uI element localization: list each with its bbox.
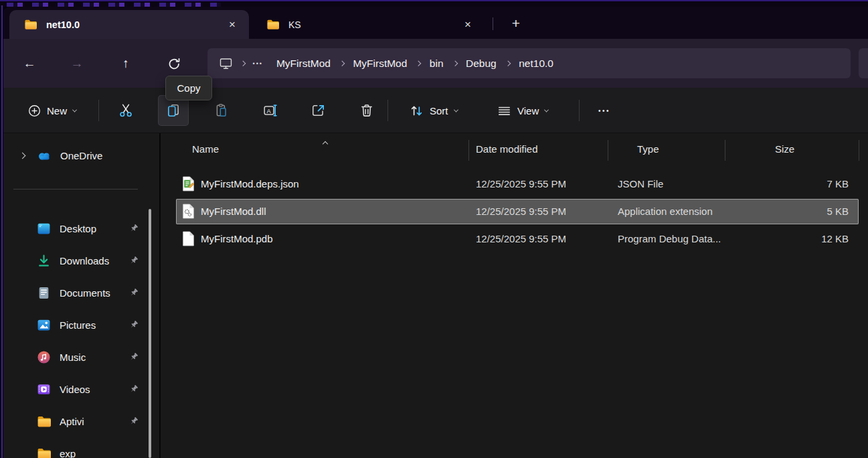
column-divider[interactable]: [468, 140, 469, 161]
address-bar[interactable]: ••• MyFirstMod MyFirstMod bin Debug net1…: [207, 48, 851, 78]
sidebar-item-label: Pictures: [60, 319, 96, 331]
file-explorer-window: net10.0 × KS × + ← → ↑: [3, 7, 868, 458]
sidebar-pinned-items: Desktop: [3, 212, 159, 458]
column-divider[interactable]: [859, 140, 859, 161]
sidebar-item-label: Music: [60, 352, 86, 363]
more-options-icon[interactable]: •••: [589, 95, 620, 126]
json-file-icon: [182, 176, 195, 192]
back-icon[interactable]: ←: [16, 50, 43, 77]
file-type: JSON File: [618, 171, 663, 197]
pictures-icon: [37, 318, 51, 332]
file-type: Application extension: [618, 199, 713, 224]
navigation-sidebar: OneDrive Desktop: [3, 133, 159, 458]
sidebar-item-aptivi[interactable]: Aptivi: [3, 405, 159, 437]
pdb-file-icon: [182, 231, 195, 246]
downloads-icon: [37, 254, 51, 268]
column-divider[interactable]: [725, 140, 725, 161]
column-header-row: Name Date modified Type Size: [161, 133, 868, 167]
paste-button[interactable]: [206, 95, 237, 126]
refresh-icon[interactable]: [161, 50, 187, 77]
breadcrumb-item[interactable]: MyFirstMod: [345, 52, 414, 74]
file-list-area: Name Date modified Type Size: [161, 133, 868, 458]
sidebar-item-exp[interactable]: exp: [3, 437, 159, 458]
close-icon[interactable]: ×: [222, 15, 242, 35]
share-button[interactable]: [303, 95, 334, 126]
file-date-modified: 12/25/2025 9:55 PM: [476, 226, 566, 252]
chevron-down-icon: [72, 107, 77, 112]
dll-file-icon: [182, 204, 195, 219]
sidebar-item-downloads[interactable]: Downloads: [3, 244, 159, 277]
sort-button-label: Sort: [430, 105, 448, 117]
command-toolbar: New A: [3, 88, 868, 133]
file-row-deps-json[interactable]: MyFirstMod.deps.json 12/25/2025 9:55 PM …: [176, 171, 859, 197]
toolbar-divider: [387, 100, 388, 121]
folder-icon: [37, 447, 51, 458]
forward-icon[interactable]: →: [64, 50, 90, 77]
file-name: MyFirstMod.dll: [201, 199, 266, 224]
rename-button[interactable]: A: [255, 95, 286, 126]
background-window-edge: [1, 5, 3, 458]
folder-icon: [266, 19, 279, 30]
sidebar-item-label: OneDrive: [60, 150, 102, 161]
sort-ascending-icon: [323, 137, 327, 149]
breadcrumb-overflow-icon[interactable]: •••: [247, 60, 269, 67]
sidebar-scrollbar[interactable]: [149, 209, 151, 458]
pin-icon: [128, 320, 139, 330]
breadcrumb-item[interactable]: net10.0: [511, 52, 561, 74]
pin-icon: [128, 224, 139, 234]
sidebar-item-onedrive[interactable]: OneDrive: [3, 143, 159, 167]
svg-text:A: A: [266, 108, 271, 115]
delete-icon: [359, 103, 374, 118]
breadcrumb-item[interactable]: Debug: [458, 52, 504, 74]
pin-icon: [128, 352, 139, 362]
column-header-type[interactable]: Type: [637, 143, 659, 155]
file-date-modified: 12/25/2025 9:55 PM: [476, 171, 566, 197]
file-rows: MyFirstMod.deps.json 12/25/2025 9:55 PM …: [176, 171, 859, 254]
chevron-right-icon: [338, 62, 346, 66]
view-button[interactable]: View: [489, 95, 556, 126]
pin-icon: [128, 384, 139, 394]
new-button[interactable]: New: [20, 95, 84, 126]
onedrive-icon: [36, 150, 52, 161]
tab-divider: [493, 17, 493, 30]
file-row-dll-selected[interactable]: MyFirstMod.dll 12/25/2025 9:55 PM Applic…: [176, 199, 859, 224]
desktop-icon: [37, 222, 51, 236]
rename-icon: A: [263, 103, 278, 118]
file-row-pdb[interactable]: MyFirstMod.pdb 12/25/2025 9:55 PM Progra…: [176, 226, 859, 252]
sort-button[interactable]: Sort: [402, 95, 466, 126]
sidebar-item-desktop[interactable]: Desktop: [3, 212, 159, 244]
file-name: MyFirstMod.deps.json: [201, 171, 299, 197]
sidebar-item-label: Downloads: [60, 255, 109, 266]
share-icon: [311, 103, 326, 118]
sidebar-item-documents[interactable]: Documents: [3, 277, 159, 309]
column-header-name[interactable]: Name: [192, 143, 219, 155]
cut-button[interactable]: [110, 95, 141, 126]
sidebar-item-videos[interactable]: Videos: [3, 373, 159, 405]
new-tab-button[interactable]: +: [504, 13, 528, 34]
view-button-label: View: [517, 105, 539, 117]
sidebar-item-pictures[interactable]: Pictures: [3, 309, 159, 341]
folder-icon: [37, 414, 51, 429]
breadcrumb-item[interactable]: MyFirstMod: [269, 52, 338, 74]
tab-ks[interactable]: KS ×: [249, 10, 485, 39]
column-divider[interactable]: [608, 140, 608, 161]
close-icon[interactable]: ×: [458, 15, 478, 35]
delete-button[interactable]: [351, 95, 382, 126]
pin-icon: [128, 256, 139, 266]
view-icon: [497, 104, 511, 118]
column-header-date-modified[interactable]: Date modified: [476, 143, 538, 155]
up-icon[interactable]: ↑: [112, 50, 139, 77]
sidebar-item-label: Desktop: [60, 223, 96, 234]
search-box-partial[interactable]: [859, 48, 868, 78]
tab-net10.0[interactable]: net10.0 ×: [9, 10, 249, 39]
copy-tooltip: Copy: [165, 76, 212, 100]
column-header-size[interactable]: Size: [775, 143, 794, 155]
chevron-down-icon: [453, 107, 458, 112]
breadcrumb-item[interactable]: bin: [422, 52, 451, 74]
expander-chevron-icon[interactable]: [17, 153, 27, 158]
sidebar-item-music[interactable]: Music: [3, 341, 159, 373]
file-type: Program Debug Data...: [618, 226, 721, 252]
new-plus-icon: [28, 104, 41, 117]
new-button-label: New: [47, 105, 67, 117]
file-size: 12 KB: [821, 226, 849, 252]
